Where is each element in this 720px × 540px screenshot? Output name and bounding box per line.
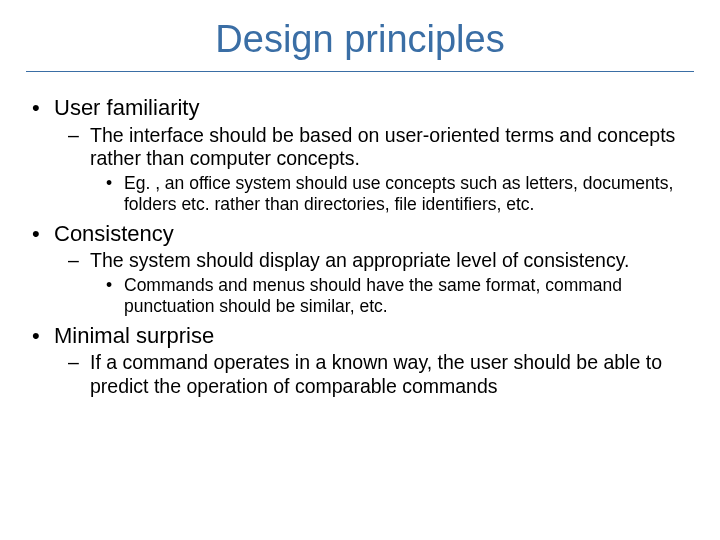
slide-title: Design principles	[28, 18, 692, 71]
list-item: Consistency	[28, 220, 692, 248]
slide: Design principles User familiarity The i…	[0, 0, 720, 540]
title-divider	[26, 71, 694, 72]
list-item: Eg. , an office system should use concep…	[28, 173, 692, 216]
list-item: Minimal surprise	[28, 322, 692, 350]
list-item: The interface should be based on user-or…	[28, 124, 692, 172]
list-item: If a command operates in a known way, th…	[28, 351, 692, 399]
bullet-list: User familiarity The interface should be…	[28, 94, 692, 399]
list-item: User familiarity	[28, 94, 692, 122]
list-item: The system should display an appropriate…	[28, 249, 692, 273]
list-item: Commands and menus should have the same …	[28, 275, 692, 318]
